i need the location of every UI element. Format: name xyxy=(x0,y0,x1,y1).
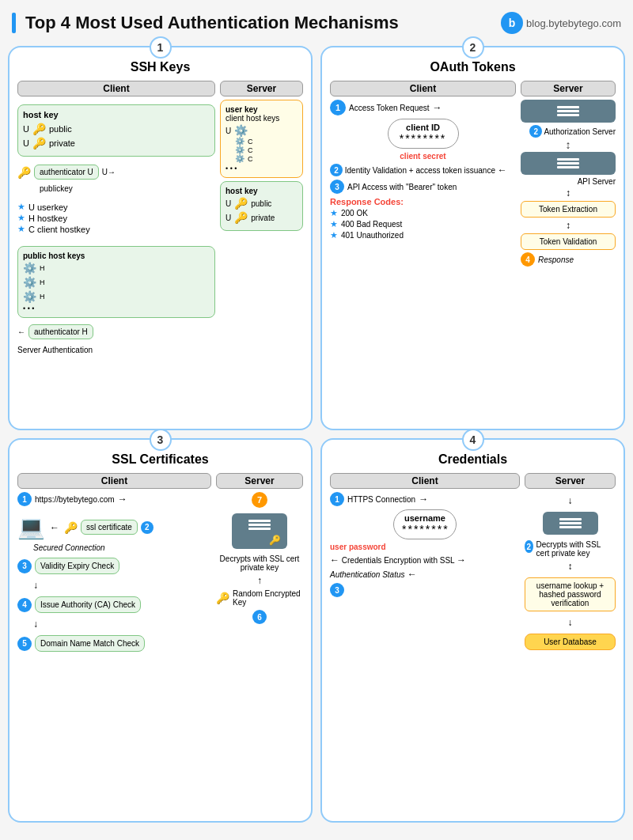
auth-server-box xyxy=(521,100,616,123)
star-icon-c: ★ xyxy=(17,224,25,234)
decrypts-label: Decrypts with SSL cert private key xyxy=(216,554,303,572)
response-codes: Response Codes: ★ 200 OK ★ 400 Bad Reque… xyxy=(330,197,516,240)
ssl-step1-num: 1 xyxy=(17,492,32,506)
oauth-client-label: Client xyxy=(330,81,516,96)
ssl-steps: 3 Validity Expiry Check ↓ 4 Issue Author… xyxy=(17,555,211,654)
u-private: U 🔑 private xyxy=(226,211,298,224)
key-red-icon: 🔑 xyxy=(32,137,46,149)
step3-row: 3 API Access with "Bearer" token xyxy=(330,180,516,194)
ssh-client: Client host key U 🔑 public U 🔑 private xyxy=(17,81,215,421)
auth-status-label: Authentication Status ← xyxy=(330,569,520,580)
cred-client: Client 1 HTTPS Connection → username ***… xyxy=(330,473,520,653)
api-server-box xyxy=(521,152,616,175)
step1-row: 1 Access Token Request → xyxy=(330,100,516,115)
panel-4-title: Credentials xyxy=(330,452,616,467)
server-key-u: U ⚙️ xyxy=(226,124,298,137)
domain-check-box: Domain Name Match Check xyxy=(35,635,145,652)
brand-icon: b xyxy=(501,12,523,34)
cred-server-box xyxy=(543,512,598,535)
auth-box-h: authenticator H xyxy=(28,324,93,339)
token-validation-box: Token Validation xyxy=(521,233,616,250)
oauth-server: Server 2 Authorization Server ↕ xyxy=(521,81,616,267)
brand-text: blog.bytebytego.com xyxy=(526,17,621,29)
cred-client-label: Client xyxy=(330,473,520,489)
publickey-label: publickey xyxy=(40,184,215,193)
step4-num: 4 xyxy=(521,252,535,267)
cred-step1-num: 1 xyxy=(330,492,344,506)
page-title: Top 4 Most Used Authentication Mechanism… xyxy=(12,13,399,33)
panel-4-number: 4 xyxy=(462,429,484,451)
panel-cred: 4 Credentials Client 1 HTTPS Connection … xyxy=(320,438,625,823)
ssl-step5: 5 Domain Name Match Check xyxy=(17,633,211,654)
panel-3-title: SSL Certificates xyxy=(17,452,303,467)
star-item-h: ★ H hostkey xyxy=(17,213,215,223)
star-item-c: ★ C client hostkey xyxy=(17,224,215,234)
code-200: ★ 200 OK xyxy=(330,208,516,218)
oauth-layout: Client 1 Access Token Request → client I… xyxy=(330,81,616,267)
validity-check-box: Validity Expiry Check xyxy=(35,558,119,574)
ssl-server-label: Server xyxy=(216,473,303,489)
server-key-c2: ⚙️C xyxy=(226,146,298,154)
ssh-server-label: Server xyxy=(220,81,303,96)
panel-ssl: 3 SSL Certificates Client 1 https://byte… xyxy=(8,438,313,823)
client-secret-label: client secret xyxy=(330,152,516,161)
ca-check-box: Issue Authority (CA) Check xyxy=(35,596,141,613)
ssl-client: Client 1 https://bytebytego.com → 💻 ← 🔑 … xyxy=(17,473,211,654)
step4-row: 4 Response xyxy=(521,252,616,267)
token-extraction-box: Token Extraction xyxy=(521,201,616,218)
secured-conn-label: Secured Connection xyxy=(33,543,211,552)
random-key-label: Random Encrypted Key xyxy=(233,589,303,607)
user-db-box: User Database xyxy=(525,634,616,650)
auth-box-u: authenticator U xyxy=(34,165,99,180)
laptop-area: 💻 ← 🔑 ssl certificate 2 xyxy=(17,514,211,540)
panel-2-title: OAuth Tokens xyxy=(330,60,616,74)
cred-password-dots: ******** xyxy=(402,523,448,535)
ssh-server: Server user key client host keys U ⚙️ ⚙️… xyxy=(220,81,303,421)
client-id-box: client ID ******** xyxy=(388,119,459,149)
cred-step1: 1 HTTPS Connection → xyxy=(330,492,520,506)
panel-1-number: 1 xyxy=(150,36,172,59)
cred-login-box: username ******** xyxy=(393,509,457,539)
user-password-label: user password xyxy=(330,543,520,551)
hostkey2-label: host key xyxy=(226,187,298,195)
ssh-client-label: Client xyxy=(17,81,215,96)
ssl-server: Server 7 🔑 De xyxy=(216,473,303,654)
cred-enc-row: ← Credentials Encryption with SSL → xyxy=(330,554,520,566)
star-list: ★ U userkey ★ H hostkey ★ C client hostk… xyxy=(17,201,215,235)
ssl-layout: Client 1 https://bytebytego.com → 💻 ← 🔑 … xyxy=(17,473,303,654)
key-row-private: U 🔑 private xyxy=(23,137,210,149)
ssh-server-yellow: user key client host keys U ⚙️ ⚙️C ⚙️C ⚙… xyxy=(220,100,303,178)
hostkey-label: host key xyxy=(23,110,210,119)
ssh-server-hostkey: host key U 🔑 public U 🔑 private xyxy=(220,181,303,231)
server-key-c1: ⚙️C xyxy=(226,137,298,146)
ssl-step3: 3 Validity Expiry Check xyxy=(17,555,211,577)
api-server-label: API Server xyxy=(521,177,616,186)
cred-server-content: ↓ 2 Decrypts with SSL cert private key ↕ xyxy=(525,495,616,653)
cred-username: username xyxy=(402,513,448,523)
ssl-server-content: 7 🔑 Decrypts with SSL cert private key xyxy=(216,492,303,624)
title-text: Top 4 Most Used Authentication Mechanism… xyxy=(25,13,399,33)
key-h-row-3: ⚙️H xyxy=(23,290,210,303)
ssl-server-box: 🔑 xyxy=(232,513,287,549)
key-row-public: U 🔑 public xyxy=(23,123,210,135)
ssh-hostkey-box: host key U 🔑 public U 🔑 private xyxy=(17,104,215,157)
panel-1-title: SSH Keys xyxy=(17,60,303,74)
server-key-c3: ⚙️C xyxy=(226,154,298,163)
server-auth-label: Server Authentication xyxy=(17,346,215,354)
panel-2-number: 2 xyxy=(462,36,484,59)
auth-key-green: 🔑 xyxy=(17,166,31,179)
ssl-step1: 1 https://bytebytego.com → xyxy=(17,492,211,506)
brand: b blog.bytebytego.com xyxy=(501,12,621,34)
ssl-client-label: Client xyxy=(17,473,211,489)
main-grid: 1 SSH Keys Client host key U 🔑 public U … xyxy=(8,46,625,823)
cred-server: Server ↓ 2 Decrypts with SSL cert privat… xyxy=(525,473,616,653)
pub-host-label: public host keys xyxy=(23,252,210,260)
key-green-icon: 🔑 xyxy=(32,123,46,135)
panel-ssh: 1 SSH Keys Client host key U 🔑 public U … xyxy=(8,46,313,430)
star-item-u: ★ U userkey xyxy=(17,202,215,212)
auth-u-row: 🔑 authenticator U U→ xyxy=(17,165,215,180)
ssl-cert-box: ssl certificate xyxy=(81,520,138,535)
code-401: ★ 401 Unauthorized xyxy=(330,230,516,240)
oauth-client: Client 1 Access Token Request → client I… xyxy=(330,81,516,267)
pub-host-box: public host keys ⚙️H ⚙️H ⚙️H • • • xyxy=(17,246,215,318)
